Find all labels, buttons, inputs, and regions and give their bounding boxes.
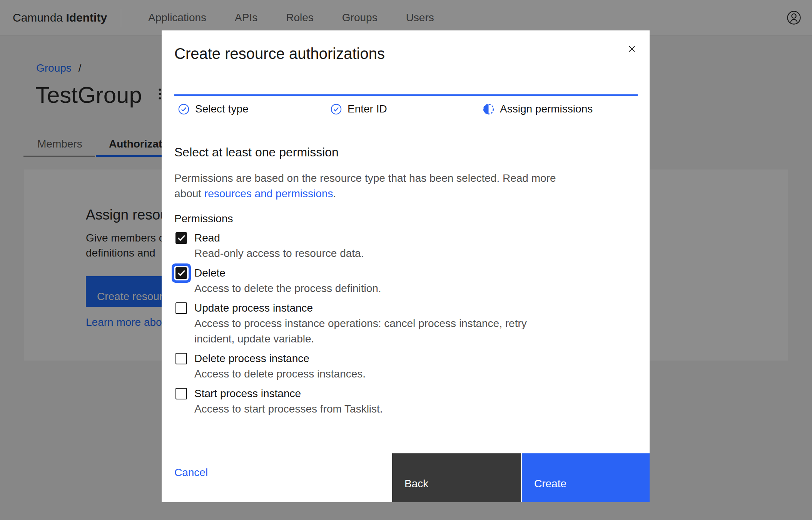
permission-item-delete: Delete Access to delete the process defi…: [175, 267, 527, 296]
permission-description: Access to delete process instances.: [194, 366, 527, 382]
checkbox-icon[interactable]: [175, 232, 187, 244]
permission-item-delete-process-instance: Delete process instance Access to delete…: [175, 352, 527, 382]
step-enter-id[interactable]: Enter ID: [331, 102, 387, 116]
create-button[interactable]: Create: [522, 453, 650, 502]
permission-description: Access to start processes from Tasklist.: [194, 401, 527, 417]
step-label: Enter ID: [348, 103, 387, 115]
permission-item-read: Read Read-only access to resource data.: [175, 231, 527, 261]
permission-label: Delete process instance: [194, 352, 309, 365]
checkbox-update-process-instance[interactable]: Update process instance: [175, 302, 527, 315]
step-current-icon: [483, 104, 494, 115]
close-icon[interactable]: [623, 40, 641, 59]
checkbox-icon[interactable]: [175, 388, 187, 399]
step-complete-icon: [331, 104, 342, 115]
checkbox-icon[interactable]: [175, 353, 187, 364]
create-authorizations-modal: Create resource authorizations Select ty…: [162, 30, 650, 502]
step-label: Select type: [195, 103, 249, 115]
permission-label: Update process instance: [194, 302, 313, 314]
permission-description: Access to process instance operations: c…: [194, 316, 527, 347]
checkbox-delete[interactable]: Delete: [175, 267, 527, 280]
description-line2: about resources and permissions.: [174, 186, 556, 201]
description-line2-suffix: .: [333, 188, 336, 200]
description-line2-prefix: about: [174, 188, 204, 200]
screen: Camunda Identity Applications APIs Roles…: [0, 0, 812, 520]
permission-description: Read-only access to resource data.: [194, 246, 527, 261]
permission-label: Start process instance: [194, 387, 301, 400]
step-label: Assign permissions: [500, 103, 593, 115]
resources-permissions-link[interactable]: resources and permissions: [204, 188, 333, 200]
permission-item-update-process-instance: Update process instance Access to proces…: [175, 302, 527, 347]
modal-title: Create resource authorizations: [174, 45, 385, 62]
permissions-group-label: Permissions: [174, 213, 233, 225]
back-button[interactable]: Back: [392, 453, 521, 502]
checkbox-read[interactable]: Read: [175, 231, 527, 245]
permission-label: Delete: [194, 267, 226, 279]
permission-description: Access to delete the process definition.: [194, 281, 527, 296]
section-heading: Select at least one permission: [174, 145, 339, 159]
permission-label: Read: [194, 232, 220, 244]
step-assign-permissions[interactable]: Assign permissions: [483, 102, 593, 116]
checkbox-start-process-instance[interactable]: Start process instance: [175, 387, 527, 400]
cancel-button[interactable]: Cancel: [174, 466, 208, 479]
checkbox-delete-process-instance[interactable]: Delete process instance: [175, 352, 527, 365]
description-line1: Permissions are based on the resource ty…: [174, 171, 556, 186]
step-complete-icon: [178, 104, 189, 115]
checkbox-icon[interactable]: [175, 267, 187, 279]
permission-item-start-process-instance: Start process instance Access to start p…: [175, 387, 527, 417]
permissions-description: Permissions are based on the resource ty…: [174, 171, 556, 201]
progress-indicator-line: [174, 94, 638, 96]
permissions-list: Read Read-only access to resource data. …: [175, 231, 527, 422]
checkbox-icon[interactable]: [175, 302, 187, 314]
step-select-type[interactable]: Select type: [178, 102, 249, 116]
